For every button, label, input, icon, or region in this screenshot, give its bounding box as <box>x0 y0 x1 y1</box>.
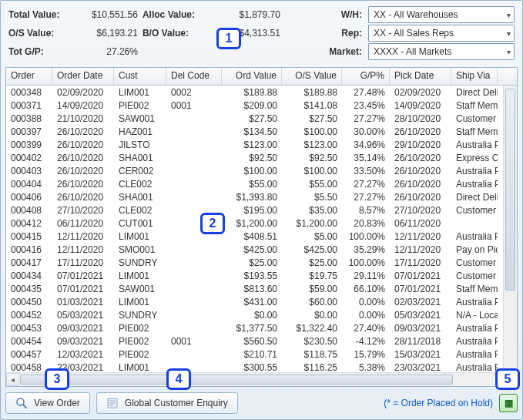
cell: 000416 <box>6 244 52 255</box>
view-order-label: View Order <box>34 398 80 408</box>
market-combo[interactable]: XXXX - All Markets ▾ <box>368 43 515 60</box>
cell: 000415 <box>6 231 52 242</box>
cell: 8.57% <box>342 205 390 216</box>
table-row[interactable]: 00040226/10/2020SHA001$92.50$92.5035.14%… <box>6 151 517 164</box>
cell: 07/01/2021 <box>390 284 451 294</box>
cell: Express Co <box>451 153 498 163</box>
cell: 100.00% <box>342 231 390 242</box>
table-row[interactable]: 00038821/10/2020SAW001$27.50$27.5027.27%… <box>6 112 517 125</box>
scroll-left-arrow-icon[interactable]: ◂ <box>6 373 19 386</box>
cell: 66.10% <box>342 284 390 294</box>
tot-gp: 27.26% <box>66 46 142 57</box>
cell: $0.00 <box>222 310 282 321</box>
grid-body[interactable]: 00034802/09/2020LIM0010002$189.88$189.88… <box>6 86 517 386</box>
horizontal-scrollbar[interactable]: ◂ ▸ <box>6 372 517 386</box>
tot-gp-label: Tot G/P: <box>8 46 66 57</box>
table-row[interactable]: 00040626/10/2020SHA001$1,393.80$5.5027.2… <box>6 190 517 203</box>
cell: 29/10/2020 <box>390 139 451 150</box>
table-row[interactable]: 00040426/10/2020CLE002$55.00$55.0027.27%… <box>6 177 517 190</box>
cell: $193.55 <box>222 270 282 281</box>
vertical-scroll-thumb[interactable] <box>505 89 515 291</box>
col-gp-pct[interactable]: G/P% <box>342 68 390 85</box>
cell: 02/09/2020 <box>52 87 114 98</box>
cell: 27.40% <box>342 323 390 334</box>
cell: 000397 <box>6 126 52 137</box>
cell: CLE002 <box>114 205 166 216</box>
table-row[interactable]: 00034802/09/2020LIM0010002$189.88$189.88… <box>6 86 517 99</box>
table-row[interactable]: 00040326/10/2020CER002$100.00$100.0033.5… <box>6 164 517 177</box>
col-ord-value[interactable]: Ord Value <box>222 68 282 85</box>
col-pick-date[interactable]: Pick Date <box>390 68 451 85</box>
cell: Direct Deliv <box>451 87 498 98</box>
export-excel-button[interactable]: ▦ <box>499 394 518 412</box>
table-row[interactable]: 00043407/01/2021LIM001$193.55$19.7529.11… <box>6 269 517 282</box>
table-row[interactable]: 00039726/10/2020HAZ001$134.50$100.0030.0… <box>6 125 517 138</box>
chevron-down-icon: ▾ <box>507 11 511 19</box>
cell: $1,200.00 <box>282 218 342 229</box>
table-row[interactable]: 00041717/11/2020SUNDRY$25.00$25.00100.00… <box>6 256 517 269</box>
annotation-3: 3 <box>45 368 69 390</box>
cell: 27/10/2020 <box>52 205 114 216</box>
table-row[interactable]: 00045409/03/2021PIE0020001$560.50$230.50… <box>6 334 517 348</box>
cell: $100.00 <box>222 166 282 176</box>
wh-label: W/H: <box>299 9 368 20</box>
cell: Australia P <box>451 362 498 373</box>
cell: $300.55 <box>222 362 282 373</box>
cell: Customer I <box>451 205 498 216</box>
cell: LIM001 <box>114 297 166 307</box>
cell: 000417 <box>6 257 52 268</box>
chevron-down-icon: ▾ <box>507 48 511 56</box>
cell: 000348 <box>6 87 52 98</box>
warehouse-combo[interactable]: XX - All Warehouses ▾ <box>368 6 515 23</box>
cell: SUNDRY <box>114 310 166 321</box>
table-row[interactable]: 00037114/09/2020PIE0020001$209.00$141.08… <box>6 99 517 112</box>
cell: SAW001 <box>114 284 166 294</box>
annotation-1: 1 <box>216 28 241 49</box>
view-order-button[interactable]: View Order <box>5 392 90 414</box>
cell: Australia P <box>451 166 498 176</box>
cell: SUNDRY <box>114 257 166 268</box>
bo-value: $4,313.51 <box>199 28 299 39</box>
cell: 12/03/2021 <box>52 349 114 360</box>
cell: 27.27% <box>342 179 390 190</box>
cell: 000435 <box>6 284 52 294</box>
table-row[interactable]: 00041512/11/2020LIM001$408.51$5.00100.00… <box>6 230 517 243</box>
table-row[interactable]: 00045205/03/2021SUNDRY$0.00$0.000.00%05/… <box>6 308 517 321</box>
table-row[interactable]: 00045712/03/2021PIE002$210.71$118.7515.7… <box>6 348 517 361</box>
col-order-date[interactable]: Order Date <box>52 68 114 85</box>
table-row[interactable]: 00045309/03/2021PIE002$1,377.50$1,322.40… <box>6 321 517 334</box>
cell: 26/10/2020 <box>52 139 114 150</box>
cell: $92.50 <box>282 153 342 163</box>
cell: 000388 <box>6 113 52 124</box>
horizontal-scroll-thumb[interactable] <box>20 375 453 385</box>
cell: 26/10/2020 <box>390 153 451 163</box>
cell: 0001 <box>166 100 222 111</box>
cell: 000412 <box>6 218 52 229</box>
table-row[interactable]: 00040827/10/2020CLE002$195.00$35.008.57%… <box>6 203 517 217</box>
col-ship-via[interactable]: Ship Via <box>451 68 498 85</box>
rep-combo[interactable]: XX - All Sales Reps ▾ <box>368 25 515 42</box>
bo-value-label: B/O Value: <box>142 28 199 39</box>
cell: 34.96% <box>342 139 390 150</box>
cell: 000453 <box>6 323 52 334</box>
global-customer-enquiry-button[interactable]: Global Customer Enquiry <box>96 392 238 414</box>
vertical-scrollbar[interactable] <box>503 86 517 373</box>
cell: 28/11/2018 <box>390 336 451 347</box>
table-row[interactable]: 00043507/01/2021SAW001$813.60$59.0066.10… <box>6 282 517 295</box>
table-row[interactable]: 00039926/10/2020JILSTO$123.00$123.0034.9… <box>6 138 517 151</box>
col-del-code[interactable]: Del Code <box>166 68 222 85</box>
annotation-2: 2 <box>200 213 225 234</box>
cell: 0.00% <box>342 310 390 321</box>
cell: 14/09/2020 <box>390 100 451 111</box>
table-row[interactable]: 00045001/03/2021LIM001$431.00$60.000.00%… <box>6 295 517 308</box>
cell: 26/10/2020 <box>52 166 114 176</box>
cell: 21/10/2020 <box>52 113 114 124</box>
cell: 000402 <box>6 153 52 163</box>
cell: 15/03/2021 <box>390 349 451 360</box>
table-row[interactable]: 00041206/11/2020CUT001$1,200.00$1,200.00… <box>6 217 517 230</box>
col-cust[interactable]: Cust <box>114 68 166 85</box>
col-order[interactable]: Order <box>6 68 52 85</box>
col-os-value[interactable]: O/S Value <box>282 68 342 85</box>
magnifier-icon <box>15 397 28 409</box>
table-row[interactable]: 00041612/11/2020SMO001$425.00$425.0035.2… <box>6 243 517 256</box>
